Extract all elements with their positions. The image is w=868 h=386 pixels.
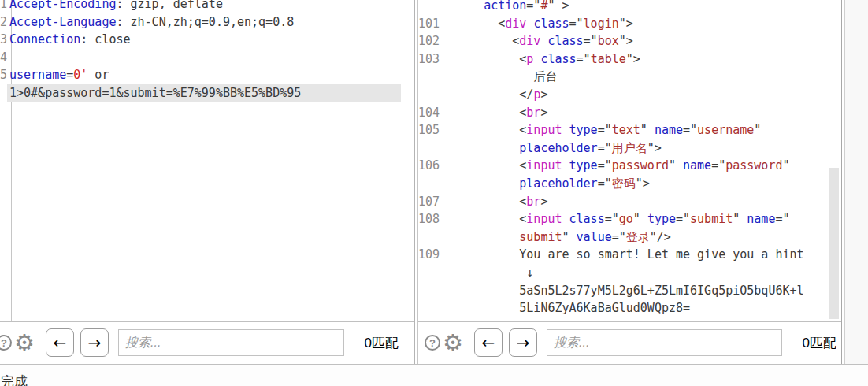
- code-text: Accept-Encoding: gzip, deflate: [7, 0, 414, 13]
- line-number: [418, 86, 444, 104]
- code-line: 2Accept-Language: zh-CN,zh;q=0.9,en;q=0.…: [0, 13, 414, 32]
- code-text: <p class="table">: [444, 50, 841, 69]
- code-line: placeholder="密码">: [418, 175, 841, 193]
- line-number: 104: [418, 104, 444, 122]
- panel-splitter[interactable]: [844, 0, 868, 364]
- code-text: <div class="login">: [444, 15, 841, 33]
- code-line: 5username=0' or: [0, 66, 414, 84]
- code-line: 1>0#&password=1&submit=%E7%99%BB%E5%BD%9…: [0, 84, 414, 102]
- code-line: 103 <p class="table">: [418, 50, 841, 69]
- response-editor[interactable]: action="#" >101 <div class="login">102 <…: [418, 0, 841, 321]
- code-text: <br>: [444, 193, 841, 211]
- code-text: 5aSn5L2s77yM5L2g6L+Z5LmI6IGq5piO5bqU6K+l: [444, 282, 841, 300]
- code-text: Connection: close: [7, 31, 414, 49]
- response-panel: action="#" >101 <div class="login">102 <…: [417, 0, 842, 364]
- code-text: 后台: [444, 68, 841, 86]
- match-count: 0匹配: [803, 334, 836, 352]
- code-text: Accept-Language: zh-CN,zh;q=0.9,en;q=0.8: [7, 13, 414, 32]
- status-bar: 完成: [0, 364, 868, 386]
- gear-icon[interactable]: ⚙: [14, 332, 35, 354]
- code-text: <input class="go" type="submit" name=": [444, 210, 841, 228]
- code-text: You are so smart! Let me give you a hint: [444, 246, 841, 264]
- code-line: 3Connection: close: [0, 31, 414, 49]
- code-line: action="#" >: [418, 0, 841, 15]
- line-number: 105: [418, 121, 444, 139]
- vertical-scrollbar-thumb[interactable]: [829, 168, 839, 319]
- find-previous-button[interactable]: ←: [474, 328, 503, 357]
- code-line: 1Accept-Encoding: gzip, deflate: [0, 0, 414, 13]
- code-text: <input type="password" name="password": [444, 157, 841, 175]
- code-line: </p>: [418, 86, 841, 104]
- line-number: [418, 139, 444, 158]
- line-number: 102: [418, 32, 444, 50]
- code-line: 4: [0, 49, 414, 67]
- request-editor[interactable]: 1Accept-Encoding: gzip, deflate2Accept-L…: [0, 0, 414, 321]
- match-count: 0匹配: [365, 334, 399, 352]
- line-number: [418, 299, 444, 317]
- code-line: 后台: [418, 68, 841, 86]
- code-text: username=0' or: [7, 66, 414, 84]
- code-text: <br>: [444, 104, 841, 122]
- code-text: [7, 49, 414, 67]
- code-line: 101 <div class="login">: [418, 15, 841, 33]
- code-text: <input type="text" name="username": [444, 121, 841, 139]
- code-text: 1>0#&password=1&submit=%E7%99%BB%E5%BD%9…: [7, 84, 414, 102]
- help-icon[interactable]: ?: [425, 335, 440, 351]
- search-input[interactable]: [547, 329, 782, 356]
- code-line: submit" value="登录"/>: [418, 228, 841, 247]
- code-line: 5aSn5L2s77yM5L2g6L+Z5LmI6IGq5piO5bqU6K+l: [418, 282, 841, 300]
- code-line: 107 <br>: [418, 193, 841, 211]
- line-number: [418, 175, 444, 193]
- line-number: [418, 282, 444, 300]
- code-line: 106 <input type="password" name="passwor…: [418, 157, 841, 175]
- code-text: <div class="box">: [444, 32, 841, 50]
- code-line: placeholder="用户名">: [418, 139, 841, 158]
- line-number: 109: [418, 246, 444, 264]
- line-number: 106: [418, 157, 444, 175]
- search-input[interactable]: [118, 329, 344, 356]
- line-number: [418, 68, 444, 86]
- line-number: [418, 228, 444, 247]
- code-text: action="#" >: [444, 0, 841, 15]
- code-line: 102 <div class="box">: [418, 32, 841, 50]
- line-number: 103: [418, 50, 444, 69]
- line-number: 107: [418, 193, 444, 211]
- request-search-toolbar: ? ⚙ ← → 0匹配: [0, 321, 414, 363]
- find-next-button[interactable]: →: [509, 328, 537, 357]
- find-previous-button[interactable]: ←: [46, 328, 74, 357]
- code-text: placeholder="密码">: [444, 175, 841, 193]
- line-number: 108: [418, 210, 444, 228]
- find-next-button[interactable]: →: [80, 328, 109, 357]
- gear-icon[interactable]: ⚙: [443, 332, 463, 354]
- line-number: [418, 264, 444, 282]
- line-number: [0, 84, 7, 102]
- code-line: 5LiN6ZyA6KaBaGlud0WQpz8=: [418, 299, 841, 317]
- code-text: 5LiN6ZyA6KaBaGlud0WQpz8=: [444, 299, 841, 317]
- line-number: 1: [0, 0, 7, 13]
- response-search-toolbar: ? ⚙ ← → 0匹配: [418, 321, 841, 363]
- code-line: 109 You are so smart! Let me give you a …: [418, 246, 841, 264]
- status-text: 完成: [1, 373, 868, 386]
- line-number: 3: [0, 31, 7, 49]
- line-number: 4: [0, 49, 7, 67]
- code-line: ↓: [418, 264, 841, 282]
- request-panel: 1Accept-Encoding: gzip, deflate2Accept-L…: [0, 0, 415, 364]
- code-text: ↓: [444, 264, 841, 282]
- code-text: </p>: [444, 86, 841, 104]
- code-line: 104 <br>: [418, 104, 841, 122]
- code-line: 105 <input type="text" name="username": [418, 121, 841, 139]
- code-text: placeholder="用户名">: [444, 139, 841, 158]
- code-line: 108 <input class="go" type="submit" name…: [418, 210, 841, 228]
- line-number: 5: [0, 66, 7, 84]
- line-number: 101: [418, 15, 444, 33]
- line-number: [418, 0, 444, 15]
- message-editor-window: 1Accept-Encoding: gzip, deflate2Accept-L…: [0, 0, 868, 386]
- code-text: submit" value="登录"/>: [444, 228, 841, 247]
- help-icon[interactable]: ?: [0, 335, 12, 351]
- line-number: 2: [0, 13, 7, 32]
